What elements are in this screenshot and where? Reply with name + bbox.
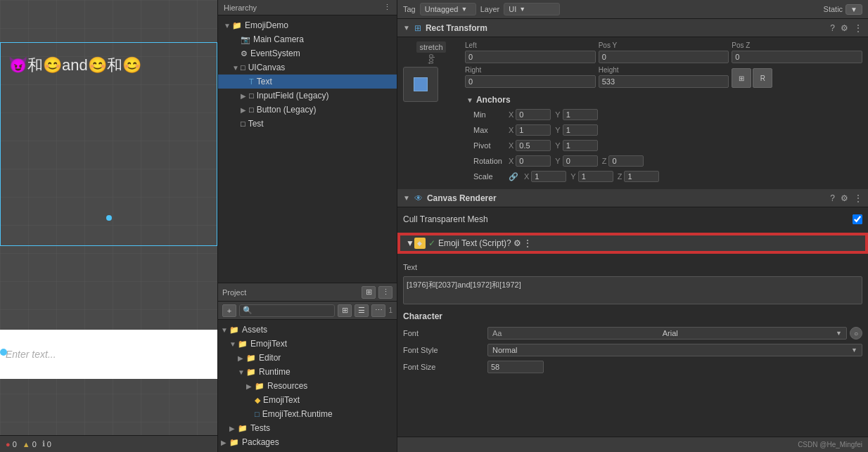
posy-input[interactable] (599, 51, 729, 63)
more-icon[interactable]: ⋮ (854, 23, 862, 33)
rect-transform-header[interactable]: ▼ ⊞ Rect Transform ? ⚙ ⋮ (397, 19, 868, 37)
project-item-tests[interactable]: ▶ 📁 Tests (218, 421, 397, 435)
font-dropdown[interactable]: Aa Arial ▼ (487, 327, 847, 340)
reset-btn[interactable]: R (753, 68, 772, 88)
hierarchy-item-button[interactable]: ▶ □ Button (Legacy) (218, 103, 397, 117)
hierarchy-item-test[interactable]: □ Test (218, 117, 397, 131)
left-field: Left (465, 41, 596, 63)
project-menu-btn[interactable]: ⋮ (378, 286, 392, 299)
project-view-btn2[interactable]: ☰ (355, 304, 369, 317)
hierarchy-item-eventsystem[interactable]: ⚙ EventSystem (218, 46, 397, 60)
project-item-packages[interactable]: ▶ 📁 Packages (218, 435, 397, 449)
canvas-renderer-title: Canvas Renderer (427, 193, 830, 203)
help-icon-cr[interactable]: ? (830, 193, 835, 203)
scale-z[interactable] (624, 171, 659, 182)
tag-label: Tag (403, 5, 416, 13)
canvas-renderer-header[interactable]: ▼ 👁 Canvas Renderer ? ⚙ ⋮ (397, 189, 868, 207)
project-item-emojitextruntime[interactable]: □ EmojiText.Runtime (218, 407, 397, 421)
more-icon-cr[interactable]: ⋮ (854, 193, 862, 203)
left-input[interactable] (465, 51, 596, 63)
project-add-btn[interactable]: + (222, 304, 236, 317)
rect-transform-actions: ? ⚙ ⋮ (830, 23, 862, 33)
hierarchy-item-emojidemo[interactable]: ▼ 📁 EmojiDemo (218, 18, 397, 32)
scene-panel: 😈和😊and😊和😊 Enter text... ● 0 ▲ 0 ℹ 0 (0, 0, 218, 452)
right-field: Right (465, 66, 596, 88)
layer-section: Layer UI ▼ (480, 3, 561, 15)
project-view-btn1[interactable]: ⊞ (338, 304, 352, 317)
emoji-script-header[interactable]: ▼ ◆ ✓ Emoji Text (Script) ? ⚙ ⋮ (399, 234, 867, 252)
font-label: Font (403, 329, 487, 337)
project-tree[interactable]: ▼ 📁 Assets ▼ 📁 EmojiText ▶ 📁 Editor (218, 320, 397, 452)
error-count: ● 0 (6, 440, 17, 448)
rect-icon-inner (414, 77, 428, 91)
font-style-dropdown[interactable]: Normal ▼ (487, 344, 862, 356)
constrain-btn[interactable]: ⊞ (732, 68, 751, 88)
layer-dropdown-btn[interactable]: UI ▼ (504, 3, 560, 15)
posy-field: Pos Y (599, 41, 729, 63)
settings-icon-es[interactable]: ⚙ (513, 238, 521, 248)
project-item-runtime[interactable]: ▼ 📁 Runtime (218, 365, 397, 379)
scene-center-handle[interactable] (106, 215, 112, 221)
project-item-editor[interactable]: ▶ 📁 Editor (218, 351, 397, 365)
font-style-row: Font Style Normal ▼ (403, 342, 862, 358)
scene-left-handle[interactable] (0, 349, 7, 356)
anchor-max-y[interactable] (563, 124, 598, 136)
project-item-assets[interactable]: ▼ 📁 Assets (218, 323, 397, 337)
project-lock-btn[interactable]: ⊞ (362, 286, 376, 299)
posz-input[interactable] (732, 51, 862, 63)
scene-canvas[interactable]: 😈和😊and😊和😊 Enter text... (0, 0, 217, 435)
canvas-renderer-body: Cull Transparent Mesh (397, 207, 868, 231)
pivot-x[interactable] (516, 140, 551, 151)
error-icon: ● (6, 440, 11, 448)
settings-icon-cr[interactable]: ⚙ (841, 193, 848, 203)
project-item-emojitext[interactable]: ▼ 📁 EmojiText (218, 337, 397, 351)
rotation-z[interactable] (608, 155, 644, 167)
hierarchy-menu-icon[interactable]: ⋮ (383, 3, 391, 12)
cull-checkbox[interactable] (853, 214, 862, 224)
hierarchy-item-maincamera[interactable]: 📷 Main Camera (218, 32, 397, 46)
hierarchy-item-inputfield[interactable]: ▶ □ InputField (Legacy) (218, 89, 397, 103)
more-icon-es[interactable]: ⋮ (523, 238, 532, 248)
hierarchy-item-uicanvas[interactable]: ▼ □ UICanvas (218, 60, 397, 75)
right-input[interactable] (465, 75, 596, 88)
anchors-section: ▼ Anchors Min X (465, 92, 862, 183)
hierarchy-tree[interactable]: ▼ 📁 EmojiDemo 📷 Main Camera ⚙ EventSyste… (218, 15, 397, 283)
anchor-max-row: Max X Y (465, 123, 862, 137)
emoji-text-value[interactable]: [1976]和[2037]and[1972]和[1972] (403, 276, 862, 304)
emoji-script-title: Emoji Text (Script) (438, 238, 506, 248)
height-input[interactable] (599, 75, 729, 88)
rotation-x[interactable] (516, 155, 551, 167)
scale-y[interactable] (578, 171, 613, 182)
scene-input-field[interactable]: Enter text... (0, 330, 217, 379)
help-icon[interactable]: ? (830, 23, 835, 33)
tag-dropdown-btn[interactable]: Untagged ▼ (420, 3, 476, 15)
inspector-scroll[interactable]: ▼ ⊞ Rect Transform ? ⚙ ⋮ stretch top (397, 19, 868, 437)
anchors-title: Anchors (476, 95, 861, 105)
height-field: Height (599, 66, 729, 88)
font-select-btn[interactable]: ○ (850, 327, 862, 340)
static-dropdown-btn[interactable]: ▼ (845, 4, 862, 15)
anchor-min-y[interactable] (563, 109, 598, 120)
project-view-btn3[interactable]: ⋯ (371, 304, 385, 317)
hierarchy-item-text[interactable]: T Text (218, 75, 397, 89)
middle-panel: Hierarchy ⋮ ▼ 📁 EmojiDemo 📷 Main Camera … (218, 0, 397, 452)
project-item-emojitextscript[interactable]: ◆ EmojiText (218, 393, 397, 407)
project-section: Project ⊞ ⋮ + 🔍 ⊞ ☰ ⋯ 1 ▼ 📁 Assets (218, 283, 397, 452)
rotation-y[interactable] (563, 155, 598, 167)
hierarchy-header: Hierarchy ⋮ (218, 0, 397, 15)
status-bar: CSDN @He_Mingfei (397, 437, 868, 452)
enable-checkmark: ✓ (428, 238, 435, 248)
stretch-label: stretch (416, 41, 445, 53)
credit-text: CSDN @He_Mingfei (798, 441, 862, 448)
rect-anchor-icon[interactable] (403, 67, 438, 102)
help-icon-es[interactable]: ? (506, 238, 511, 248)
settings-icon[interactable]: ⚙ (841, 23, 848, 33)
font-size-input[interactable] (487, 361, 544, 373)
scale-x[interactable] (531, 171, 566, 182)
anchor-min-x[interactable] (516, 109, 551, 120)
anchors-header[interactable]: ▼ Anchors (465, 92, 862, 108)
project-item-resources[interactable]: ▶ 📁 Resources (218, 379, 397, 393)
pivot-y[interactable] (563, 140, 598, 151)
anchor-max-x[interactable] (516, 124, 551, 136)
character-section: Character Font Aa Arial ▼ ○ Font Style (397, 309, 868, 379)
